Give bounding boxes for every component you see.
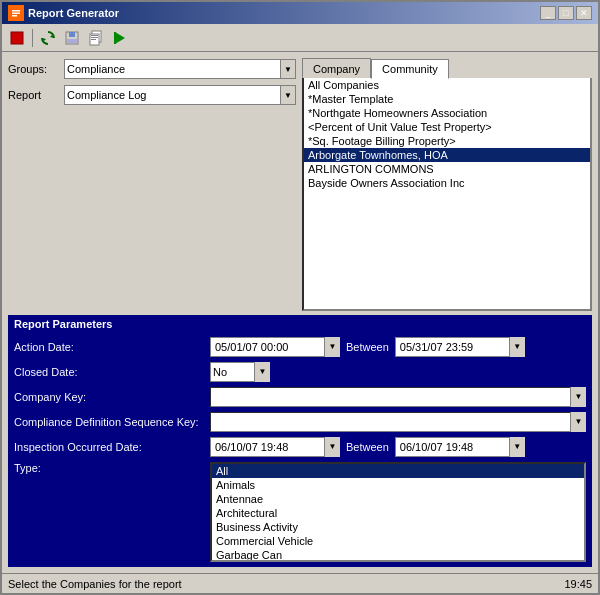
close-button[interactable]: ✕ [576, 6, 592, 20]
between-label-1: Between [346, 341, 389, 353]
compliance-def-label: Compliance Definition Sequence Key: [14, 416, 204, 428]
content-area: Groups: Compliance ▼ Report Compliance L… [2, 52, 598, 573]
compliance-def-input[interactable] [210, 412, 586, 432]
copy-button[interactable] [85, 27, 107, 49]
type-list: All Animals Antennae Architectural Busin… [212, 464, 584, 562]
groups-select-wrapper: Compliance ▼ [64, 59, 296, 79]
action-date-to-wrap: 05/31/07 23:59 ▼ [395, 337, 525, 357]
right-panel: Company Community All Companies *Master … [302, 58, 592, 311]
run-button[interactable] [109, 27, 131, 49]
svg-rect-12 [91, 35, 98, 36]
company-key-wrap: ▼ [210, 387, 586, 407]
inspection-date-label: Inspection Occurred Date: [14, 441, 204, 453]
list-item[interactable]: *Master Template [304, 92, 590, 106]
compliance-def-row: Compliance Definition Sequence Key: ▼ [14, 412, 586, 432]
type-item[interactable]: Antennae [212, 492, 584, 506]
list-item[interactable]: All Companies [304, 78, 590, 92]
company-list-container[interactable]: All Companies *Master Template *Northgat… [302, 78, 592, 311]
type-label: Type: [14, 462, 204, 474]
status-text: Select the Companies for the report [8, 578, 564, 590]
list-item[interactable]: *Northgate Homeowners Association [304, 106, 590, 120]
status-time: 19:45 [564, 578, 592, 590]
type-item[interactable]: All [212, 464, 584, 478]
type-item[interactable]: Garbage Can [212, 548, 584, 562]
maximize-button[interactable]: □ [558, 6, 574, 20]
action-date-group: 05/01/07 00:00 ▼ Between 05/31/07 23:59 … [210, 337, 525, 357]
type-row: Type: All Animals Antennae Architectural… [14, 462, 586, 562]
tab-community[interactable]: Community [371, 59, 449, 79]
compliance-def-wrap: ▼ [210, 412, 586, 432]
closed-date-row: Closed Date: No Yes ▼ [14, 362, 586, 382]
window-controls: _ □ ✕ [540, 6, 592, 20]
report-params-section: Report Parameters Action Date: 05/01/07 … [8, 315, 592, 568]
svg-rect-8 [69, 32, 75, 37]
refresh-button[interactable] [37, 27, 59, 49]
report-params-header: Report Parameters [8, 315, 592, 333]
toolbar [2, 24, 598, 52]
closed-date-label: Closed Date: [14, 366, 204, 378]
type-listbox[interactable]: All Animals Antennae Architectural Busin… [210, 462, 586, 562]
svg-rect-9 [67, 39, 77, 43]
action-date-to[interactable]: 05/31/07 23:59 [395, 337, 525, 357]
toolbar-sep-1 [32, 29, 33, 47]
list-item[interactable]: Bayside Owners Association Inc [304, 176, 590, 190]
groups-row: Groups: Compliance ▼ [8, 58, 296, 80]
closed-date-wrap: No Yes ▼ [210, 362, 270, 382]
company-key-arrow: ▼ [570, 387, 586, 407]
svg-rect-3 [12, 15, 17, 17]
company-key-label: Company Key: [14, 391, 204, 403]
closed-date-select[interactable]: No Yes [210, 362, 270, 382]
inspection-date-group: 06/10/07 19:48 ▼ Between 06/10/07 19:48 … [210, 437, 525, 457]
type-item[interactable]: Business Activity [212, 520, 584, 534]
minimize-button[interactable]: _ [540, 6, 556, 20]
svg-rect-2 [12, 13, 20, 15]
type-item[interactable]: Architectural [212, 506, 584, 520]
main-panel: Groups: Compliance ▼ Report Compliance L… [8, 58, 592, 311]
report-label: Report [8, 89, 58, 101]
action-date-from-wrap: 05/01/07 00:00 ▼ [210, 337, 340, 357]
report-select-wrapper: Compliance Log ▼ [64, 85, 296, 105]
report-select[interactable]: Compliance Log [64, 85, 296, 105]
svg-rect-4 [11, 32, 23, 44]
inspection-date-from-wrap: 06/10/07 19:48 ▼ [210, 437, 340, 457]
app-icon [8, 5, 24, 21]
between-label-2: Between [346, 441, 389, 453]
status-bar: Select the Companies for the report 19:4… [2, 573, 598, 593]
action-date-row: Action Date: 05/01/07 00:00 ▼ Between 05… [14, 337, 586, 357]
company-key-input[interactable] [210, 387, 586, 407]
compliance-def-arrow: ▼ [570, 412, 586, 432]
list-item[interactable]: ARLINGTON COMMONS [304, 162, 590, 176]
svg-rect-13 [91, 37, 98, 38]
action-date-from[interactable]: 05/01/07 00:00 [210, 337, 340, 357]
svg-rect-14 [91, 39, 96, 40]
inspection-date-to-wrap: 06/10/07 19:48 ▼ [395, 437, 525, 457]
main-window: Report Generator _ □ ✕ [0, 0, 600, 595]
tabs: Company Community [302, 58, 592, 78]
stop-button[interactable] [6, 27, 28, 49]
company-key-row: Company Key: ▼ [14, 387, 586, 407]
groups-label: Groups: [8, 63, 58, 75]
save-button[interactable] [61, 27, 83, 49]
groups-select[interactable]: Compliance [64, 59, 296, 79]
report-row: Report Compliance Log ▼ [8, 84, 296, 106]
title-bar-left: Report Generator [8, 5, 119, 21]
title-bar: Report Generator _ □ ✕ [2, 2, 598, 24]
action-date-label: Action Date: [14, 341, 204, 353]
inspection-date-from[interactable]: 06/10/07 19:48 [210, 437, 340, 457]
svg-rect-1 [12, 10, 20, 12]
type-item[interactable]: Animals [212, 478, 584, 492]
company-list: All Companies *Master Template *Northgat… [304, 78, 590, 190]
inspection-date-row: Inspection Occurred Date: 06/10/07 19:48… [14, 437, 586, 457]
type-item[interactable]: Commercial Vehicle [212, 534, 584, 548]
list-item[interactable]: *Sq. Footage Billing Property> [304, 134, 590, 148]
window-title: Report Generator [28, 7, 119, 19]
tab-company[interactable]: Company [302, 58, 371, 78]
inspection-date-to[interactable]: 06/10/07 19:48 [395, 437, 525, 457]
left-panel: Groups: Compliance ▼ Report Compliance L… [8, 58, 296, 311]
svg-rect-15 [114, 32, 116, 44]
list-item[interactable]: Arborgate Townhomes, HOA [304, 148, 590, 162]
list-item[interactable]: <Percent of Unit Value Test Property> [304, 120, 590, 134]
params-content: Action Date: 05/01/07 00:00 ▼ Between 05… [8, 333, 592, 568]
